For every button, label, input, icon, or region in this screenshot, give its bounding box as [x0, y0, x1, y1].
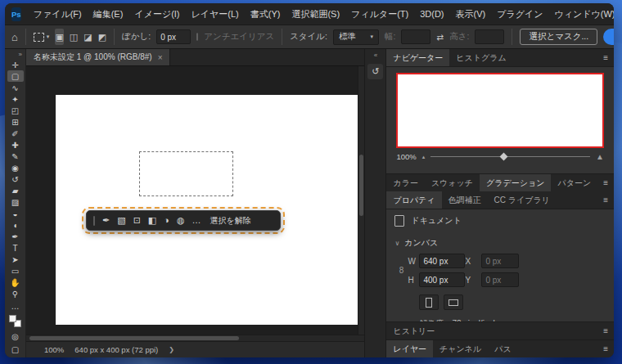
photoshop-app-icon[interactable]: Ps	[11, 7, 21, 21]
eraser-tool[interactable]: ▰	[7, 185, 24, 196]
menu-image[interactable]: イメージ(I)	[128, 3, 185, 25]
panel-menu-icon[interactable]: ≡	[597, 191, 614, 209]
edit-toolbar-icon[interactable]: …	[7, 300, 24, 312]
document-tab[interactable]: 名称未設定 1 @ 100% (RGB/8#) ×	[26, 49, 170, 65]
zoom-tool[interactable]: ⚲	[7, 288, 24, 299]
swap-width-height-icon[interactable]: ⇄	[436, 32, 444, 42]
clone-stamp-tool[interactable]: ◉	[7, 162, 24, 173]
taskbar-fill-icon[interactable]: ◍	[177, 216, 185, 225]
tab-patterns[interactable]: パターン	[551, 174, 597, 191]
collapsed-history-icon[interactable]: ↺	[367, 64, 383, 79]
subtract-from-selection-button[interactable]: ◪	[83, 29, 92, 45]
tab-adjustments[interactable]: 色調補正	[442, 191, 488, 209]
horizontal-scrollbar-thumb[interactable]	[29, 336, 239, 340]
menu-filter[interactable]: フィルター(T)	[345, 3, 414, 25]
panel-menu-icon[interactable]: ≡	[597, 322, 614, 339]
tool-preset-picker[interactable]: ▾	[34, 33, 50, 42]
pen-tool[interactable]: ✒	[7, 231, 24, 242]
constrain-dimensions-icon[interactable]: 8	[394, 266, 408, 275]
status-zoom-value[interactable]: 100%	[44, 345, 64, 354]
horizontal-scrollbar[interactable]	[26, 335, 364, 341]
panel-menu-icon[interactable]: ≡	[597, 174, 614, 191]
style-select[interactable]: 標準 ▾	[333, 29, 379, 45]
blur-tool[interactable]: ◒	[7, 208, 24, 219]
menu-layer[interactable]: レイヤー(L)	[186, 3, 245, 25]
tab-cc-libraries[interactable]: CC ライブラリ	[488, 191, 557, 209]
status-popup-chevron-icon[interactable]: ❯	[169, 346, 174, 353]
crop-tool[interactable]: ◰	[7, 105, 24, 116]
menu-type[interactable]: 書式(Y)	[245, 3, 286, 25]
lasso-tool[interactable]: ∿	[7, 82, 24, 93]
color-swatches[interactable]	[9, 315, 21, 327]
tab-swatches[interactable]: スウォッチ	[425, 174, 480, 191]
document-canvas[interactable]: ✒ ▧ ⊡ ◧ ◑ ◍ … 選択を解除	[56, 95, 364, 325]
tab-color[interactable]: カラー	[386, 174, 424, 191]
taskbar-mask-icon[interactable]: ◧	[148, 216, 156, 225]
tab-properties[interactable]: プロパティ	[386, 191, 441, 209]
menu-plugins[interactable]: プラグイン	[491, 3, 548, 25]
feather-input[interactable]	[156, 29, 191, 44]
panel-menu-icon[interactable]: ≡	[597, 49, 614, 66]
tab-history-panel[interactable]: ヒストリー	[386, 322, 441, 339]
orientation-portrait-button[interactable]	[419, 294, 439, 310]
zoom-out-icon[interactable]: ▴	[422, 154, 426, 160]
tab-gradients[interactable]: グラデーション	[480, 174, 551, 191]
select-and-mask-button[interactable]: 選択とマスク...	[520, 29, 597, 45]
zoom-in-icon[interactable]: ▲	[596, 152, 604, 161]
taskbar-more-icon[interactable]: …	[192, 216, 201, 225]
gradient-tool[interactable]: ▨	[7, 196, 24, 208]
collapse-panels-icon[interactable]: «	[374, 52, 377, 59]
taskbar-generative-fill-icon[interactable]: ▧	[117, 216, 125, 225]
close-tab-icon[interactable]: ×	[158, 53, 163, 62]
vertical-scrollbar[interactable]	[358, 66, 364, 335]
menu-3d[interactable]: 3D(D)	[414, 3, 449, 25]
canvas-width-input[interactable]	[419, 254, 465, 268]
hand-tool[interactable]: ✋	[7, 276, 24, 288]
move-tool[interactable]: ✛	[7, 59, 24, 70]
brush-tool[interactable]: ✎	[7, 151, 24, 162]
collapse-section-icon[interactable]: ∨	[394, 240, 399, 247]
taskbar-grip[interactable]	[93, 216, 95, 226]
width-input[interactable]	[401, 29, 430, 44]
taskbar-brush-icon[interactable]: ✒	[102, 216, 110, 225]
canvas-y-input[interactable]	[481, 272, 519, 287]
history-brush-tool[interactable]: ↺	[7, 173, 24, 185]
frame-tool[interactable]: ⊞	[7, 116, 24, 128]
expand-toolbar-icon[interactable]: »	[19, 50, 22, 59]
taskbar-transform-icon[interactable]: ⊡	[133, 216, 141, 225]
foreground-color-swatch[interactable]	[9, 315, 16, 322]
menu-select[interactable]: 選択範囲(S)	[286, 3, 345, 25]
antialias-checkbox[interactable]	[196, 33, 198, 41]
canvas-section-header[interactable]: ∨ カンバス	[386, 231, 614, 253]
navigator-proxy-view[interactable]	[396, 73, 604, 148]
screen-mode-icon[interactable]: ▢	[7, 344, 24, 355]
dodge-tool[interactable]: ◖	[7, 219, 24, 231]
navigator-zoom-value[interactable]: 100%	[396, 152, 416, 161]
spot-healing-tool[interactable]: ✚	[7, 139, 24, 151]
type-tool[interactable]: T	[7, 242, 24, 254]
taskbar-adjustments-icon[interactable]: ◑	[164, 216, 169, 225]
tab-navigator[interactable]: ナビゲーター	[386, 49, 449, 66]
new-selection-button[interactable]: ▣	[55, 29, 63, 45]
tab-layers[interactable]: レイヤー	[386, 340, 433, 357]
rectangular-marquee-tool[interactable]: ▢	[7, 70, 24, 82]
canvas-height-input[interactable]	[419, 272, 465, 287]
menu-view[interactable]: 表示(V)	[450, 3, 492, 25]
orientation-landscape-button[interactable]	[444, 294, 463, 310]
deselect-button[interactable]: 選択を解除	[210, 215, 251, 227]
vertical-scrollbar-thumb[interactable]	[359, 155, 363, 216]
rectangle-tool[interactable]: ▭	[7, 265, 24, 276]
slider-thumb[interactable]	[500, 153, 508, 161]
intersect-selection-button[interactable]: ◩	[98, 29, 106, 45]
panel-menu-icon[interactable]: ≡	[597, 340, 614, 357]
selection-marquee[interactable]	[139, 151, 233, 196]
share-button[interactable]: 共有	[603, 29, 614, 45]
add-to-selection-button[interactable]: ◫	[70, 29, 78, 45]
tab-paths[interactable]: パス	[488, 340, 517, 357]
menu-edit[interactable]: 編集(E)	[88, 3, 129, 25]
path-selection-tool[interactable]: ➤	[7, 254, 24, 265]
quick-mask-icon[interactable]: ◎	[7, 330, 24, 342]
navigator-zoom-slider[interactable]	[430, 153, 590, 160]
home-icon[interactable]: ⌂	[11, 31, 18, 43]
eyedropper-tool[interactable]: ✐	[7, 128, 24, 139]
